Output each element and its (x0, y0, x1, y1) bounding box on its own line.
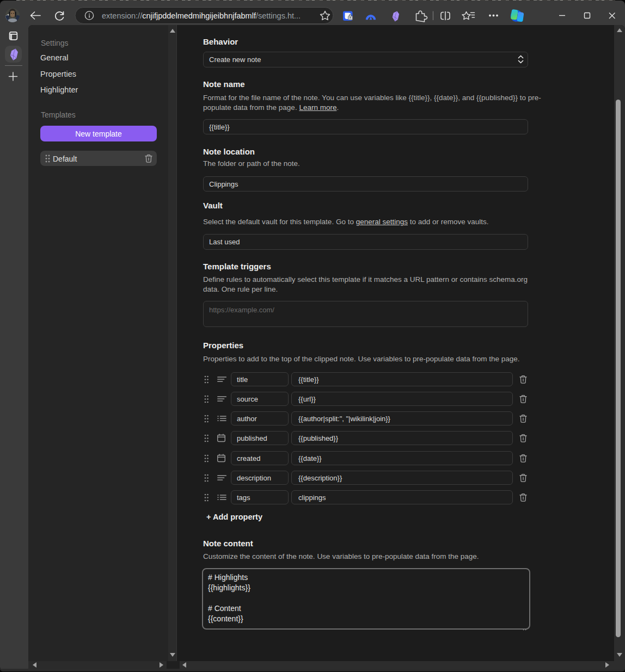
svg-text:extension://cnjifjpddelmedmihg: extension://cnjifjpddelmedmihgijeibhnjfa… (102, 11, 301, 20)
